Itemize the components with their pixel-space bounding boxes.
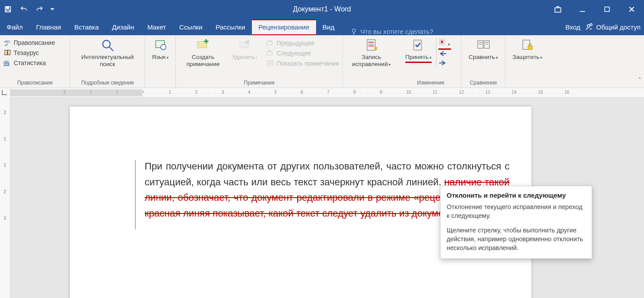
maximize-button[interactable] bbox=[595, 0, 619, 18]
tooltip-title: Отклонить и перейти к следующему bbox=[447, 191, 586, 199]
svg-point-9 bbox=[587, 25, 590, 27]
globe-icon bbox=[153, 38, 168, 53]
track-changes-button[interactable]: Запись исправлений▾ bbox=[346, 37, 397, 68]
chevron-down-icon: ▾ bbox=[167, 55, 169, 60]
chevron-down-icon[interactable]: ▾ bbox=[448, 42, 450, 47]
protect-button[interactable]: Защитить▾ bbox=[510, 37, 545, 62]
stats-icon: ABC123 bbox=[4, 59, 11, 67]
svg-line-15 bbox=[109, 47, 113, 51]
undo-button[interactable] bbox=[16, 0, 32, 18]
comment-prev-icon bbox=[266, 39, 274, 47]
track-changes-icon bbox=[364, 38, 379, 53]
close-button[interactable] bbox=[619, 0, 644, 18]
language-button[interactable]: Язык▾ bbox=[149, 37, 171, 62]
svg-rect-24 bbox=[267, 41, 272, 45]
compare-button[interactable]: Сравнить▾ bbox=[466, 37, 501, 62]
svg-rect-18 bbox=[197, 42, 207, 48]
minimize-button[interactable] bbox=[570, 0, 595, 18]
svg-text:ABC: ABC bbox=[4, 40, 11, 43]
tab-layout[interactable]: Макет bbox=[141, 19, 172, 35]
window-title: Документ1 - Word bbox=[293, 5, 351, 13]
magnifier-icon bbox=[100, 38, 115, 53]
tab-references[interactable]: Ссылки bbox=[173, 19, 209, 35]
group-label-comments: Примечания bbox=[178, 80, 340, 87]
book-icon bbox=[4, 49, 11, 57]
redo-button[interactable] bbox=[32, 0, 47, 18]
horizontal-ruler[interactable]: ▾ 3···2···1···1···2···3···4···5···6···7·… bbox=[11, 88, 644, 98]
reject-button[interactable]: ▾ bbox=[438, 37, 451, 50]
prev-change-button[interactable] bbox=[438, 50, 451, 59]
tell-me-placeholder: Что вы хотите сделать? bbox=[360, 28, 433, 35]
arrow-left-icon bbox=[438, 50, 446, 58]
ribbon-display-options[interactable] bbox=[546, 0, 570, 18]
abc-check-icon: ABC bbox=[4, 39, 11, 47]
reject-tooltip: Отклонить и перейти к следующему Отклоне… bbox=[440, 186, 592, 259]
word-count-button[interactable]: ABC123 Статистика bbox=[3, 59, 56, 67]
next-change-button[interactable] bbox=[438, 59, 451, 68]
reject-icon bbox=[439, 38, 447, 46]
tab-mailings[interactable]: Рассылки bbox=[209, 19, 251, 35]
show-comments-button: Показать примечания bbox=[266, 59, 340, 68]
group-label-proofing: Правописание bbox=[3, 80, 67, 87]
comment-plus-icon bbox=[196, 38, 211, 53]
comment-next-icon bbox=[266, 49, 274, 57]
tooltip-p2: Щелкните стрелку, чтобы выполнить другие… bbox=[447, 226, 586, 253]
accept-button[interactable]: Принять▾ bbox=[403, 37, 434, 64]
tooltip-p1: Отклонение текущего исправления и перехо… bbox=[447, 202, 586, 221]
svg-point-14 bbox=[102, 40, 110, 48]
lock-doc-icon bbox=[520, 38, 535, 53]
svg-rect-5 bbox=[605, 7, 610, 12]
svg-point-17 bbox=[160, 44, 166, 50]
compare-icon bbox=[476, 38, 491, 53]
tab-design[interactable]: Дизайн bbox=[106, 19, 141, 35]
group-label-language bbox=[148, 80, 173, 87]
svg-rect-3 bbox=[555, 8, 560, 12]
delete-comment-button: Удалить▾ bbox=[229, 37, 261, 62]
svg-rect-1 bbox=[6, 7, 9, 9]
svg-rect-29 bbox=[367, 40, 375, 50]
svg-rect-33 bbox=[414, 40, 421, 50]
prev-comment-button: Предыдущее bbox=[266, 39, 340, 48]
comment-x-icon bbox=[237, 38, 252, 53]
svg-text:123: 123 bbox=[5, 63, 9, 66]
smart-lookup-button[interactable]: Интеллектуальный поиск bbox=[73, 37, 142, 68]
share-button[interactable]: Общий доступ bbox=[586, 23, 640, 31]
next-comment-button: Следующее bbox=[266, 49, 340, 58]
vertical-ruler[interactable]: 2···1···1···2···3··· bbox=[0, 88, 11, 298]
tell-me-search[interactable]: Что вы хотите сделать? bbox=[350, 27, 433, 35]
qat-customize[interactable] bbox=[47, 0, 57, 18]
tab-view[interactable]: Вид bbox=[316, 19, 341, 35]
svg-rect-2 bbox=[6, 10, 10, 12]
spelling-button[interactable]: ABC Правописание bbox=[3, 38, 56, 47]
ribbon-tabs: Файл Главная Вставка Дизайн Макет Ссылки… bbox=[0, 18, 644, 35]
tab-selector[interactable] bbox=[2, 90, 7, 95]
ribbon: ABC Правописание Тезаурус ABC123 Статист… bbox=[0, 35, 644, 88]
arrow-right-icon bbox=[438, 59, 446, 67]
svg-point-8 bbox=[352, 29, 356, 33]
title-bar: Документ1 - Word bbox=[0, 0, 644, 18]
accept-icon bbox=[411, 38, 426, 53]
group-label-insights: Подробные сведения bbox=[73, 80, 142, 87]
tab-home[interactable]: Главная bbox=[29, 19, 68, 35]
group-label-compare: Сравнение bbox=[464, 80, 502, 87]
group-label-changes: Изменения bbox=[403, 80, 458, 87]
svg-rect-46 bbox=[528, 46, 532, 49]
svg-rect-26 bbox=[267, 61, 273, 65]
document-area: 2···1···1···2···3··· ▾ 3···2···1···1···2… bbox=[0, 88, 644, 298]
save-button[interactable] bbox=[0, 0, 16, 18]
tab-review[interactable]: Рецензирование bbox=[252, 19, 316, 35]
signin-link[interactable]: Вход bbox=[565, 23, 580, 31]
svg-text:ABC: ABC bbox=[4, 60, 10, 63]
thesaurus-button[interactable]: Тезаурус bbox=[3, 48, 56, 57]
tab-insert[interactable]: Вставка bbox=[68, 19, 106, 35]
tab-file[interactable]: Файл bbox=[0, 19, 29, 35]
revision-marker[interactable] bbox=[135, 160, 136, 229]
comment-list-icon bbox=[266, 59, 274, 67]
collapse-ribbon[interactable]: ˄ bbox=[638, 77, 641, 84]
new-comment-button[interactable]: Создать примечание bbox=[178, 37, 228, 68]
